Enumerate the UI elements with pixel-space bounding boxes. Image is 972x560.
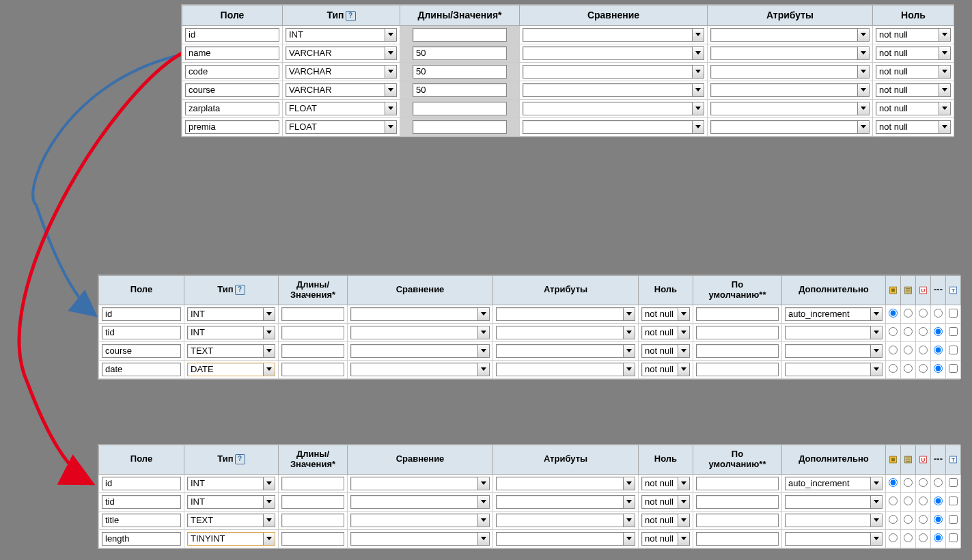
chevron-down-icon[interactable] xyxy=(870,326,882,339)
dropdown[interactable]: not null xyxy=(641,495,690,509)
chevron-down-icon[interactable] xyxy=(678,496,689,508)
dropdown[interactable]: not null xyxy=(876,120,951,134)
dropdown[interactable] xyxy=(710,83,870,97)
index-radio[interactable] xyxy=(904,364,913,373)
chevron-down-icon[interactable] xyxy=(263,533,275,545)
index-radio[interactable] xyxy=(919,309,928,318)
dropdown[interactable]: INT xyxy=(187,307,275,321)
chevron-down-icon[interactable] xyxy=(623,533,635,545)
chevron-down-icon[interactable] xyxy=(857,102,869,115)
index-radio[interactable] xyxy=(889,496,898,505)
text-input[interactable] xyxy=(413,102,507,115)
chevron-down-icon[interactable] xyxy=(385,84,396,96)
chevron-down-icon[interactable] xyxy=(939,121,950,133)
dropdown[interactable] xyxy=(350,477,490,490)
text-input[interactable] xyxy=(281,495,344,509)
chevron-down-icon[interactable] xyxy=(385,102,396,115)
chevron-down-icon[interactable] xyxy=(857,66,869,78)
dropdown[interactable] xyxy=(710,65,870,79)
dropdown[interactable] xyxy=(523,102,704,115)
text-input[interactable] xyxy=(696,495,779,509)
text-input[interactable] xyxy=(413,120,507,134)
text-input[interactable] xyxy=(185,65,279,79)
chevron-down-icon[interactable] xyxy=(477,308,489,320)
index-radio[interactable] xyxy=(919,496,928,505)
chevron-down-icon[interactable] xyxy=(477,514,489,527)
index-radio[interactable] xyxy=(889,478,898,487)
dropdown[interactable] xyxy=(496,363,635,376)
chevron-down-icon[interactable] xyxy=(477,326,489,339)
index-radio[interactable] xyxy=(889,346,898,354)
dropdown[interactable] xyxy=(710,120,870,134)
chevron-down-icon[interactable] xyxy=(870,363,882,376)
chevron-down-icon[interactable] xyxy=(939,29,950,41)
chevron-down-icon[interactable] xyxy=(692,84,704,96)
text-input[interactable] xyxy=(102,477,181,490)
dropdown[interactable] xyxy=(350,307,490,321)
dropdown[interactable] xyxy=(496,307,635,321)
text-input[interactable] xyxy=(102,532,181,546)
chevron-down-icon[interactable] xyxy=(385,47,396,59)
dropdown[interactable]: not null xyxy=(876,28,951,42)
dropdown[interactable] xyxy=(785,495,883,509)
text-input[interactable] xyxy=(413,65,507,79)
fulltext-checkbox[interactable] xyxy=(949,364,958,373)
dropdown[interactable] xyxy=(523,65,704,79)
chevron-down-icon[interactable] xyxy=(678,533,689,545)
chevron-down-icon[interactable] xyxy=(692,29,704,41)
chevron-down-icon[interactable] xyxy=(477,477,489,490)
text-input[interactable] xyxy=(696,514,779,527)
dropdown[interactable]: FLOAT xyxy=(286,102,397,115)
text-input[interactable] xyxy=(102,326,181,339)
dropdown[interactable]: INT xyxy=(187,326,275,339)
chevron-down-icon[interactable] xyxy=(263,326,275,339)
text-input[interactable] xyxy=(413,46,507,60)
chevron-down-icon[interactable] xyxy=(857,84,869,96)
text-input[interactable] xyxy=(102,363,181,376)
text-input[interactable] xyxy=(102,307,181,321)
chevron-down-icon[interactable] xyxy=(870,308,882,320)
chevron-down-icon[interactable] xyxy=(623,363,635,376)
dropdown[interactable] xyxy=(496,326,635,339)
chevron-down-icon[interactable] xyxy=(678,345,689,357)
text-input[interactable] xyxy=(696,344,779,358)
index-radio[interactable] xyxy=(904,309,913,318)
dropdown[interactable]: not null xyxy=(641,532,690,546)
dropdown[interactable]: TEXT xyxy=(187,514,275,527)
index-radio[interactable] xyxy=(904,327,913,336)
chevron-down-icon[interactable] xyxy=(870,514,882,527)
help-icon[interactable]: ? xyxy=(235,285,245,295)
index-radio[interactable] xyxy=(934,478,943,487)
text-input[interactable] xyxy=(696,363,779,376)
text-input[interactable] xyxy=(102,514,181,527)
index-radio[interactable] xyxy=(904,478,913,487)
dropdown[interactable]: auto_increment xyxy=(785,307,883,321)
index-radio[interactable] xyxy=(934,309,943,318)
index-radio[interactable] xyxy=(889,533,898,542)
dropdown[interactable] xyxy=(523,46,704,60)
chevron-down-icon[interactable] xyxy=(623,308,635,320)
help-icon[interactable]: ? xyxy=(346,11,356,21)
dropdown[interactable]: INT xyxy=(187,495,275,509)
dropdown[interactable] xyxy=(785,532,883,546)
index-radio[interactable] xyxy=(904,496,913,505)
dropdown[interactable] xyxy=(710,46,870,60)
dropdown[interactable] xyxy=(496,344,635,358)
dropdown[interactable] xyxy=(350,514,490,527)
text-input[interactable] xyxy=(696,307,779,321)
index-radio[interactable] xyxy=(934,364,943,373)
chevron-down-icon[interactable] xyxy=(870,345,882,357)
chevron-down-icon[interactable] xyxy=(477,533,489,545)
dropdown[interactable]: not null xyxy=(641,363,690,376)
chevron-down-icon[interactable] xyxy=(939,47,950,59)
dropdown[interactable] xyxy=(523,28,704,42)
dropdown[interactable] xyxy=(496,514,635,527)
dropdown[interactable]: TEXT xyxy=(187,344,275,358)
chevron-down-icon[interactable] xyxy=(263,514,275,527)
dropdown[interactable] xyxy=(523,83,704,97)
text-input[interactable] xyxy=(102,495,181,509)
text-input[interactable] xyxy=(281,363,344,376)
dropdown[interactable]: not null xyxy=(641,307,690,321)
index-radio[interactable] xyxy=(919,364,928,373)
chevron-down-icon[interactable] xyxy=(870,477,882,490)
